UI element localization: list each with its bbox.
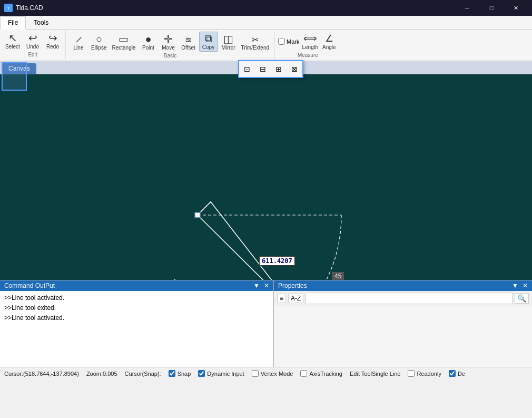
command-panel-title: Command OutPut (4, 282, 55, 289)
select-button[interactable]: ↖ Select (3, 32, 22, 51)
properties-content (274, 306, 532, 367)
popup-btn-1[interactable]: ⊡ (239, 61, 255, 77)
minimize-button[interactable]: ─ (455, 0, 479, 16)
toolbar-edit-section: ↖ Select ↩ Undo ↪ Redo Edit (0, 31, 66, 60)
undo-button[interactable]: ↩ Undo (23, 32, 42, 51)
length-icon: ⟺ (303, 33, 317, 44)
command-content: >>Line tool activated. >>Line tool exite… (0, 291, 273, 367)
menu-tab-tools[interactable]: Tools (26, 16, 56, 29)
properties-search-btn[interactable]: 🔍 (515, 293, 529, 304)
angle-button[interactable]: ∠ Angle (321, 32, 338, 51)
canvas-area[interactable]: 611.4207 45 (0, 74, 532, 280)
command-panel-minimize[interactable]: ▼ (253, 282, 260, 289)
cursor-position: Cursor:(518.7644,-137.8904) (4, 371, 79, 377)
cursor-snap-label: Cursor(Snap): (125, 371, 161, 377)
vertex-mode-checkbox[interactable] (252, 370, 259, 377)
axis-tracking-toggle[interactable]: AxisTracking (300, 370, 342, 377)
select-icon: ↖ (8, 33, 17, 43)
trim-icon: ✂ (252, 36, 259, 44)
mark-label: Mark (287, 38, 299, 45)
snap-label: Snap (178, 371, 191, 377)
edit-tool-label: Edit ToolSingle Line (350, 371, 400, 377)
properties-panel-close[interactable]: ✕ (523, 282, 528, 289)
menu-tab-file[interactable]: File (0, 16, 26, 30)
properties-list-btn[interactable]: ≡ (277, 294, 286, 303)
move-icon: ✛ (164, 34, 173, 44)
properties-panel: Properties ▼ ✕ ≡ A-Z 🔍 (274, 280, 532, 367)
readonly-label: Readonly (417, 371, 441, 377)
line-button[interactable]: ─ Line (69, 34, 88, 52)
angle-icon: ∠ (325, 33, 333, 44)
maximize-button[interactable]: □ (479, 0, 504, 16)
vertex-mode-toggle[interactable]: Vertex Mode (252, 370, 293, 377)
toolbar-measure-section: Mark ⟺ Length ∠ Angle Measure (275, 31, 341, 60)
app-title: Tida.CAD (16, 4, 43, 12)
snap-checkbox[interactable] (169, 370, 175, 377)
trim-extend-button[interactable]: ✂ Trim/Extend (239, 35, 272, 52)
mirror-icon: ◫ (223, 34, 233, 44)
point-icon: ● (145, 34, 151, 44)
dynamic-input-checkbox[interactable] (198, 370, 205, 377)
redo-icon: ↪ (48, 33, 57, 43)
de-checkbox[interactable] (449, 370, 456, 377)
dynamic-input-label: Dynamic Input (207, 371, 244, 377)
properties-panel-header: Properties ▼ ✕ (274, 280, 532, 291)
command-line-2: >>Line tool exited. (4, 303, 269, 313)
angle-value-box: 45 (332, 272, 344, 280)
properties-panel-minimize[interactable]: ▼ (512, 282, 518, 289)
mirror-button[interactable]: ◫ Mirror (219, 33, 238, 52)
command-panel: Command OutPut ▼ ✕ >>Line tool activated… (0, 280, 274, 367)
readonly-toggle[interactable]: Readonly (408, 370, 441, 377)
point-button[interactable]: ● Point (139, 33, 158, 52)
de-label: De (458, 371, 465, 377)
dynamic-input-toggle[interactable]: Dynamic Input (198, 370, 244, 377)
de-toggle[interactable]: De (449, 370, 465, 377)
length-button[interactable]: ⟺ Length (300, 32, 320, 51)
offset-icon: ≋ (185, 36, 192, 44)
length-value-box: 611.4207 (259, 256, 295, 266)
vertex-mode-label: Vertex Mode (261, 371, 293, 377)
zoom-level: Zoom:0.005 (86, 371, 117, 377)
toolbar: ⊡ ⊟ ⊞ ⊠ ↖ Select ↩ Undo ↪ Redo Edit (0, 30, 532, 61)
svg-rect-0 (0, 74, 532, 280)
ellipse-icon: ○ (96, 34, 102, 44)
axis-tracking-checkbox[interactable] (300, 370, 307, 377)
command-panel-header: Command OutPut ▼ ✕ (0, 280, 273, 291)
copy-button[interactable]: ⧉ Copy (199, 32, 218, 52)
ellipse-button[interactable]: ○ Ellipse (89, 33, 109, 52)
offset-button[interactable]: ≋ Offset (179, 35, 198, 52)
popup-btn-3[interactable]: ⊞ (271, 61, 287, 77)
canvas-svg (0, 74, 532, 280)
properties-sort-btn[interactable]: A-Z (288, 294, 303, 303)
mark-checkbox-group: Mark (278, 38, 299, 45)
toolbar-basic-section: ─ Line ○ Ellipse ▭ Rectangle ● Point ✛ (66, 31, 275, 60)
readonly-checkbox[interactable] (408, 370, 415, 377)
app-icon: T (4, 4, 13, 12)
svg-rect-2 (195, 212, 200, 218)
popup-btn-2[interactable]: ⊟ (255, 61, 271, 77)
rectangle-icon: ▭ (119, 34, 129, 44)
line-icon: ─ (73, 34, 84, 45)
bottom-area: Command OutPut ▼ ✕ >>Line tool activated… (0, 280, 532, 367)
popup-toolbar: ⊡ ⊟ ⊞ ⊠ (238, 60, 303, 78)
canvas-tab[interactable]: Canvas (2, 63, 36, 74)
close-button[interactable]: ✕ (504, 0, 528, 16)
menu-bar: File Tools (0, 16, 532, 30)
command-panel-close[interactable]: ✕ (264, 282, 269, 289)
rectangle-button[interactable]: ▭ Rectangle (110, 33, 137, 52)
axis-tracking-label: AxisTracking (309, 371, 342, 377)
properties-panel-title: Properties (278, 282, 307, 289)
command-line-1: >>Line tool activated. (4, 293, 269, 303)
snap-toggle[interactable]: Snap (169, 370, 191, 377)
properties-toolbar: ≡ A-Z 🔍 (274, 291, 532, 306)
redo-button[interactable]: ↪ Redo (43, 32, 62, 51)
properties-search-input[interactable] (306, 293, 513, 304)
title-bar: T Tida.CAD ─ □ ✕ (0, 0, 532, 16)
undo-icon: ↩ (28, 33, 37, 43)
move-button[interactable]: ✛ Move (159, 33, 178, 52)
status-bar: Cursor:(518.7644,-137.8904) Zoom:0.005 C… (0, 367, 532, 380)
popup-btn-4[interactable]: ⊠ (287, 61, 302, 77)
command-line-3: >>Line tool activated. (4, 313, 269, 323)
copy-icon: ⧉ (205, 33, 212, 44)
mark-checkbox[interactable] (278, 38, 285, 45)
